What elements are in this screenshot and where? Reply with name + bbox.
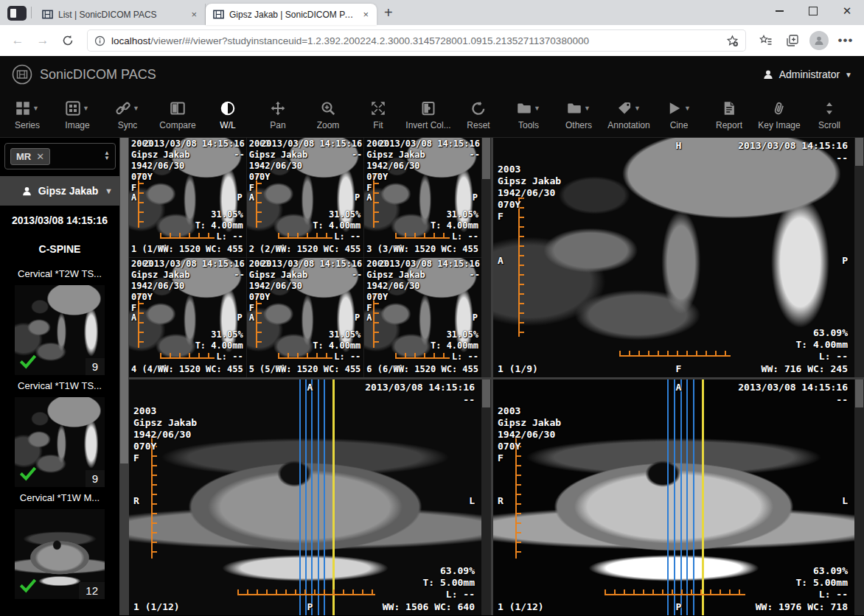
toolbar-series-button[interactable]: ▼ Series [2,93,52,137]
localizer-line [324,379,325,615]
modality-filter-select[interactable]: MR ✕ ▲▼ [4,143,116,169]
toolbar-keyimage-button[interactable]: Key Image [754,93,804,137]
orientation-left: A [366,192,372,203]
grid-cell[interactable]: 2003 2013/03/08 14:15:16 Gipsz Jakab -- … [247,258,364,377]
orientation-top: H [676,140,682,152]
browser-menu-icon[interactable]: ••• [835,30,857,51]
chevron-down-icon: ▼ [83,105,89,112]
orientation-left: A [498,255,504,267]
close-window-button[interactable]: ✕ [830,0,864,22]
localizer-line [299,379,301,615]
minimize-button[interactable] [762,0,796,22]
overlay-image-counter: 1 (1/12) [133,601,180,613]
scrollbar-thumb[interactable] [855,138,863,166]
new-tab-button[interactable]: + [384,5,393,20]
viewport-scrollbar[interactable] [481,138,491,377]
folder-icon [517,101,532,116]
patient-selector[interactable]: Gipsz Jakab ▼ [0,176,119,206]
toolbar-reset-button[interactable]: Reset [453,93,504,137]
profile-avatar[interactable] [808,30,830,51]
grid-cell[interactable]: 2003 2013/03/08 14:15:16 Gipsz Jakab -- … [247,138,364,257]
tab-list-page[interactable]: List | SonicDICOM PACS × [35,4,206,25]
forward-icon[interactable]: → [32,30,53,51]
orientation-right: L [842,495,848,507]
site-info-icon[interactable] [94,35,105,46]
sidebar-scrollbar[interactable] [119,138,129,615]
user-menu[interactable]: Administrator ▼ [762,69,852,80]
toolbar-annotation-button[interactable]: ▼ Annotation [604,93,654,137]
grid-cells: 2003 2013/03/08 14:15:16 Gipsz Jakab -- … [129,138,481,377]
series-sidebar: MR ✕ ▲▼ Gipsz Jakab ▼ 2013/03/08 14:15:1… [0,138,129,615]
toolbar-image-button[interactable]: ▼ Image [52,93,102,137]
viewport-scrollbar[interactable] [854,379,864,615]
grid-cell[interactable]: 2003 2013/03/08 14:15:16 Gipsz Jakab -- … [129,138,246,257]
tab-viewer-page[interactable]: Gipsz Jakab | SonicDICOM PACS × [206,4,377,25]
toolbar-pan-button[interactable]: Pan [253,93,303,137]
toolbar-zoom-button[interactable]: Zoom [303,93,353,137]
scrollbar-thumb[interactable] [855,379,863,407]
toolbar-invert-button[interactable]: Invert Col... [403,93,453,137]
url-text[interactable]: localhost/viewer/#/viewer?studyinstanceu… [111,35,720,46]
overlay-placeholder: -- [234,270,244,281]
remove-filter-icon[interactable]: ✕ [36,151,44,162]
grid-cell[interactable]: 2003 2013/03/08 14:15:16 Gipsz Jakab -- … [129,258,246,377]
back-icon[interactable]: ← [7,30,28,51]
scrollbar-thumb[interactable] [482,138,490,179]
scrollbar-thumb[interactable] [120,138,128,463]
overlay-patient-name: Gipsz Jakab [366,270,425,281]
overlay-location: L: -- [452,231,478,242]
ruler-horizontal [605,589,745,595]
toolbar-compare-button[interactable]: Compare [153,93,203,137]
toolbar-cine-button[interactable]: ▼ Cine [654,93,704,137]
user-name: Administrator [779,69,840,80]
viewport-scrollbar[interactable] [481,379,491,615]
check-icon [20,578,36,594]
toolbar-report-button[interactable]: Report [704,93,754,137]
grid-cell[interactable]: 2003 2013/03/08 14:15:16 Gipsz Jakab -- … [364,258,481,377]
series-grid-icon [15,101,30,116]
overlay-demographics: 2003Gipsz Jakab1942/06/30070YF [498,140,561,246]
viewport-axial-left[interactable]: 2003Gipsz Jakab1942/06/30070YF 2013/03/0… [129,379,491,615]
overlay-placeholder: -- [470,150,480,161]
overlay-zoom: 31.05% [447,329,478,340]
series-item[interactable]: Cervical *T2W TS... 9 [0,268,119,375]
maximize-button[interactable] [796,0,830,22]
person-icon [762,69,774,80]
viewport-scrollbar[interactable] [854,138,864,377]
check-icon [20,466,36,482]
url-field[interactable]: localhost/viewer/#/viewer?studyinstanceu… [87,29,746,52]
toolbar-scroll-button[interactable]: Scroll [804,93,854,137]
refresh-icon[interactable] [58,30,78,51]
series-item[interactable]: Cervical *T1W TS... 9 [0,380,119,487]
add-favorite-star-icon[interactable] [726,35,739,47]
overlay-age: 070Y [366,172,388,183]
viewer-toolbar: ▼ Series ▼ Image ▼ Sync Compare W/L Pan … [0,93,864,138]
toolbar-window-level-button[interactable]: W/L [203,93,253,137]
overlay-birth-date: 1942/06/30 [131,281,184,292]
close-tab-icon[interactable]: × [189,9,199,20]
study-description[interactable]: C-SPINE [0,234,119,263]
scrollbar-thumb[interactable] [482,379,490,407]
overlay-location: L: -- [446,589,475,601]
viewport-sagittal[interactable]: 2003Gipsz Jakab1942/06/30070YF 2013/03/0… [493,138,864,377]
toolbar-tools-button[interactable]: ▼ Tools [504,93,554,137]
ruler-horizontal [395,233,450,239]
viewport-axial-right[interactable]: 2003Gipsz Jakab1942/06/30070YF 2013/03/0… [493,379,864,615]
toolbar-others-button[interactable]: ▼ Others [554,93,604,137]
tab-actions-icon[interactable] [7,6,27,21]
favorites-bar-icon[interactable] [755,30,777,51]
check-icon [20,354,36,370]
grid-cell[interactable]: 2003 2013/03/08 14:15:16 Gipsz Jakab -- … [364,138,481,257]
collections-icon[interactable] [781,30,804,51]
series-thumbnail[interactable]: 9 [15,285,105,375]
series-thumbnail[interactable]: 12 [15,509,105,599]
orientation-top: A [676,382,682,393]
overlay-image-counter: 1 (1/9) [498,363,538,375]
series-thumbnail[interactable]: 9 [15,397,105,487]
close-tab-icon[interactable]: × [360,9,371,20]
toolbar-fit-button[interactable]: Fit [353,93,403,137]
study-datetime[interactable]: 2013/03/08 14:15:16 [0,206,119,234]
toolbar-sync-button[interactable]: ▼ Sync [102,93,153,137]
series-item[interactable]: Cervical *T1W M... 12 [0,492,119,599]
chevron-down-icon: ▼ [684,105,691,112]
